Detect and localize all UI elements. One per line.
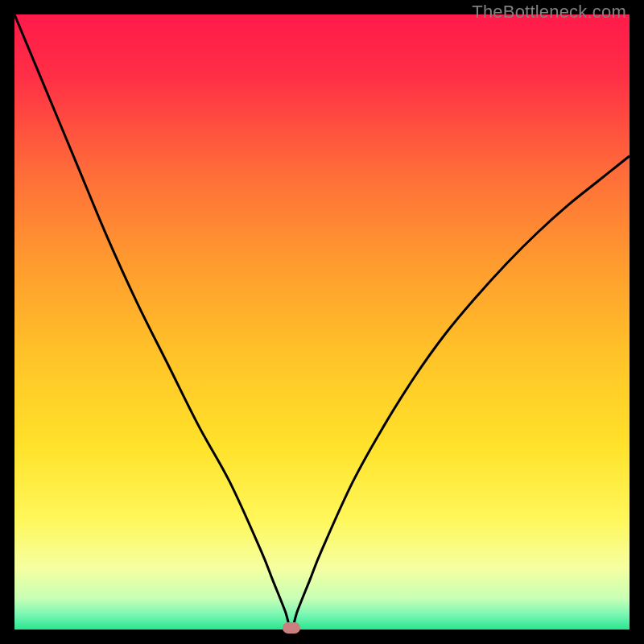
chart-frame: TheBottleneck.com (0, 0, 644, 644)
bottleneck-chart (14, 14, 630, 630)
watermark-text: TheBottleneck.com (472, 2, 626, 23)
plot-area (14, 14, 630, 630)
optimal-point-marker (283, 622, 300, 634)
gradient-background (14, 14, 630, 630)
